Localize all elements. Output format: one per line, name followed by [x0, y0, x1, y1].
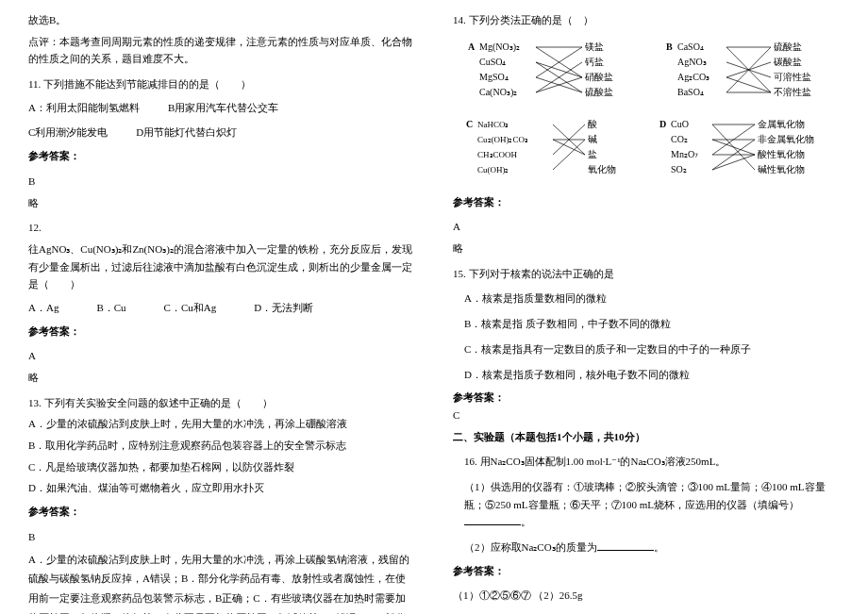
diagram-d: D CuO CO₂ Mn₂O₇ SO₂ 金属氧化物 非金属氧化物 酸性氧化物 碱… [654, 114, 833, 180]
svg-text:Mg(NO₃)₂: Mg(NO₃)₂ [479, 41, 520, 53]
q15-answer: C [453, 407, 840, 424]
svg-text:SO₂: SO₂ [671, 164, 687, 174]
q12-note: 略 [28, 369, 415, 387]
q12-stem: 往AgNO₃、Cu(NO₃)₂和Zn(NO₃)₂的混合溶液中加入一定量的铁粉，充… [28, 241, 415, 293]
q16-p2-post: 。 [654, 541, 664, 553]
q16-p2: （2）应称取Na₂CO₃的质量为。 [453, 539, 840, 556]
svg-text:AgNO₃: AgNO₃ [677, 57, 707, 67]
diagram-c: C NaHCO₃ Cu₂(OH)₂CO₃ CH₃COOH Cu(OH)₂ 酸 碱… [460, 114, 630, 180]
q13-opt-c: C．凡是给玻璃仪器加热，都要加垫石棉网，以防仪器炸裂 [28, 458, 415, 476]
svg-text:BaSO₄: BaSO₄ [677, 87, 704, 97]
svg-text:硫酸盐: 硫酸盐 [585, 87, 613, 97]
review-line: 点评：本题考查同周期元素的性质的递变规律，注意元素的性质与对应单质、化合物的性质… [28, 33, 415, 68]
svg-text:Cu₂(OH)₂CO₃: Cu₂(OH)₂CO₃ [477, 135, 528, 144]
svg-text:酸: 酸 [588, 119, 597, 129]
svg-text:A: A [468, 41, 476, 52]
q13-stem: 13. 下列有关实验安全问题的叙述中正确的是（ ） [28, 394, 415, 412]
left-column: 故选B。 点评：本题考查同周期元素的性质的递变规律，注意元素的性质与对应单质、化… [0, 0, 434, 614]
svg-text:硫酸盐: 硫酸盐 [774, 41, 802, 52]
svg-line-46 [553, 140, 585, 170]
q12-number: 12. [28, 219, 415, 237]
q13-opt-a: A．少量的浓硫酸沾到皮肤上时，先用大量的水冲洗，再涂上硼酸溶液 [28, 415, 415, 433]
q13-opt-b: B．取用化学药品时，应特别注意观察药品包装容器上的安全警示标志 [28, 437, 415, 455]
svg-text:不溶性盐: 不溶性盐 [774, 87, 811, 97]
svg-text:氧化物: 氧化物 [588, 164, 616, 174]
svg-text:CaSO₄: CaSO₄ [677, 41, 704, 52]
svg-text:CH₃COOH: CH₃COOH [477, 150, 518, 159]
q15-opt-b: B．核素是指 质子数相同，中子数不同的微粒 [453, 315, 840, 333]
q12-opt-a: A．Ag [28, 299, 58, 317]
svg-text:B: B [666, 41, 673, 52]
svg-text:金属氧化物: 金属氧化物 [758, 119, 805, 129]
blank-field [597, 539, 654, 551]
q15-stem: 15. 下列对于核素的说法中正确的是 [453, 265, 840, 283]
svg-text:可溶性盐: 可溶性盐 [774, 72, 811, 82]
svg-line-59 [712, 140, 755, 155]
svg-text:非金属氧化物: 非金属氧化物 [758, 134, 814, 144]
svg-text:碱性氧化物: 碱性氧化物 [758, 164, 805, 174]
svg-text:碳酸盐: 碳酸盐 [773, 57, 802, 67]
q13-opt-d: D．如果汽油、煤油等可燃物着火，应立即用水扑灭 [28, 479, 415, 497]
svg-line-30 [726, 77, 771, 92]
svg-line-43 [553, 140, 585, 155]
q12-opt-d: D．无法判断 [254, 299, 313, 317]
q15-opt-d: D．核素是指质子数相同，核外电子数不同的微粒 [453, 366, 840, 384]
svg-text:CuSO₄: CuSO₄ [479, 57, 506, 67]
q11-answer-label: 参考答案： [28, 147, 415, 165]
q16-p1-text: （1）供选用的仪器有：①玻璃棒；②胶头滴管；③100 mL量筒；④100 mL容… [464, 481, 826, 510]
svg-text:酸性氧化物: 酸性氧化物 [758, 149, 805, 159]
q13-explanation: A．少量的浓硫酸沾到皮肤上时，先用大量的水冲洗，再涂上碳酸氢钠溶液，残留的硫酸与… [28, 550, 415, 615]
q12-answer-label: 参考答案： [28, 323, 415, 340]
right-column: 14. 下列分类法正确的是（ ） A Mg(NO₃)₂ CuSO₄ MgSO₄ … [434, 0, 868, 614]
svg-text:Cu(OH)₂: Cu(OH)₂ [477, 165, 509, 174]
svg-text:C: C [466, 119, 473, 129]
q13-answer-label: 参考答案： [28, 503, 415, 521]
q16-p2-pre: （2）应称取Na₂CO₃的质量为 [464, 541, 597, 553]
svg-text:NaHCO₃: NaHCO₃ [477, 120, 509, 129]
q16-stem: 16. 用Na₂CO₃固体配制1.00 mol·L⁻¹的Na₂CO₃溶液250m… [453, 453, 840, 471]
svg-text:盐: 盐 [588, 149, 597, 159]
q15-opt-c: C．核素是指具有一定数目的质子和一定数目的中子的一种原子 [453, 340, 840, 358]
q11-opt-d: D用节能灯代替白炽灯 [136, 124, 237, 141]
q13-answer: B [28, 528, 415, 546]
conclusion-line: 故选B。 [28, 11, 415, 29]
q16-answer-label: 参考答案： [453, 562, 840, 580]
q14-stem: 14. 下列分类法正确的是（ ） [453, 11, 840, 29]
svg-text:Ca(NO₃)₂: Ca(NO₃)₂ [479, 87, 517, 98]
q16-answer: （1）①②⑤⑥⑦ （2）26.5g [453, 587, 840, 605]
svg-line-11 [536, 62, 582, 77]
q12-opt-b: B．Cu [96, 299, 125, 317]
svg-line-63 [712, 155, 755, 170]
q11-note: 略 [28, 194, 415, 212]
q14-note: 略 [453, 240, 840, 257]
svg-text:Mn₂O₇: Mn₂O₇ [671, 149, 698, 159]
q11-opt-c: C利用潮汐能发电 [28, 124, 108, 141]
section-2-heading: 二、实验题（本题包括1个小题，共10分） [453, 428, 840, 446]
svg-text:钙盐: 钙盐 [584, 57, 604, 67]
q15-answer-label: 参考答案： [453, 389, 840, 407]
q11-opt-a: A：利用太阳能制氢燃料 [28, 99, 140, 117]
q15-opt-a: A．核素是指质量数相同的微粒 [453, 290, 840, 307]
svg-text:碱: 碱 [588, 134, 597, 144]
diagram-a: A Mg(NO₃)₂ CuSO₄ MgSO₄ Ca(NO₃)₂ 镁盐 钙盐 硝酸… [462, 37, 632, 103]
q12-opt-c: C．Cu和Ag [164, 299, 217, 317]
q12-answer: A [28, 347, 415, 365]
svg-text:Ag₂CO₃: Ag₂CO₃ [677, 72, 709, 82]
q14-answer-label: 参考答案： [453, 193, 840, 211]
svg-text:CuO: CuO [671, 119, 689, 129]
svg-text:CO₂: CO₂ [671, 134, 688, 144]
q11-opt-b: B用家用汽车代替公交车 [168, 99, 278, 117]
diagram-b: B CaSO₄ AgNO₃ Ag₂CO₃ BaSO₄ 硫酸盐 碳酸盐 可溶性盐 … [660, 37, 830, 103]
q11-answer: B [28, 173, 415, 191]
svg-text:MgSO₄: MgSO₄ [479, 72, 509, 82]
svg-text:镁盐: 镁盐 [584, 41, 604, 52]
blank-field [464, 514, 521, 525]
q14-answer: A [453, 218, 840, 236]
q11-stem: 11. 下列措施不能达到节能减排目的的是（ ） [28, 75, 415, 93]
q16-p1: （1）供选用的仪器有：①玻璃棒；②胶头滴管；③100 mL量筒；④100 mL容… [453, 478, 840, 531]
svg-text:硝酸盐: 硝酸盐 [584, 72, 613, 82]
svg-text:D: D [659, 119, 666, 129]
